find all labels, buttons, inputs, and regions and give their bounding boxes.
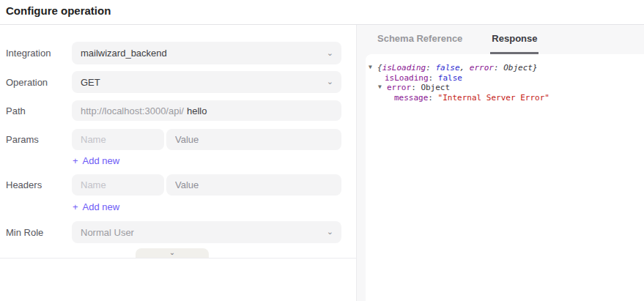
- plus-icon: +: [73, 155, 78, 166]
- tab-schema-reference[interactable]: Schema Reference: [376, 25, 464, 54]
- triangle-down-icon[interactable]: ▼: [378, 82, 387, 92]
- form-row-params: Params: [0, 129, 356, 150]
- params-add-new-label: Add new: [83, 155, 120, 166]
- json-token: false: [435, 63, 459, 73]
- json-token: Object: [503, 63, 533, 73]
- headers-add-new-label: Add new: [83, 201, 120, 212]
- operation-label: Operation: [6, 71, 48, 93]
- json-token: :: [426, 63, 435, 73]
- form-row-min-role: Min Role Normal User ⌄: [0, 221, 356, 243]
- form-collapse-button[interactable]: ⌄: [136, 248, 209, 259]
- chevron-down-icon: ⌄: [327, 78, 333, 86]
- form-row-integration: Integration mailwizard_backend ⌄: [0, 42, 356, 64]
- json-token: isLoading: [385, 73, 429, 83]
- operation-select[interactable]: GET ⌄: [72, 71, 341, 93]
- params-label: Params: [6, 129, 39, 150]
- json-token: error: [387, 83, 411, 92]
- json-token: {: [377, 63, 382, 73]
- operation-value: GET: [81, 77, 100, 88]
- integration-label: Integration: [6, 42, 51, 64]
- tab-response[interactable]: Response: [490, 25, 538, 54]
- path-label: Path: [6, 100, 26, 121]
- form-bottom-divider: [0, 258, 356, 259]
- chevron-down-icon: ⌄: [327, 228, 333, 236]
- json-token: false: [438, 73, 462, 83]
- json-isloading-row: isLoading: false: [369, 73, 638, 83]
- response-card: ▼{isLoading: false, error: Object} isLoa…: [366, 54, 644, 301]
- json-token: message: [394, 93, 428, 103]
- headers-value-input[interactable]: [166, 174, 341, 196]
- json-error-row: ▼error: Object: [369, 83, 638, 93]
- headers-add-new-link[interactable]: + Add new: [73, 201, 119, 212]
- form-row-headers: Headers: [0, 174, 356, 196]
- form-row-operation: Operation GET ⌄: [0, 71, 356, 93]
- params-value-input[interactable]: [166, 129, 341, 150]
- min-role-label: Min Role: [6, 221, 43, 243]
- form-row-path: Path http://localhost:3000/api/ hello: [0, 100, 356, 121]
- min-role-value: Normal User: [81, 227, 134, 238]
- params-add-new-link[interactable]: + Add new: [73, 155, 119, 166]
- json-token: Object: [421, 83, 450, 92]
- min-role-select[interactable]: Normal User ⌄: [72, 221, 341, 243]
- integration-value: mailwizard_backend: [81, 48, 167, 59]
- json-message-row: message: "Internal Server Error": [369, 93, 638, 103]
- chevron-down-icon: ⌄: [327, 48, 333, 56]
- panel-tabbar: Schema Reference Response: [357, 25, 644, 54]
- path-input[interactable]: http://localhost:3000/api/ hello: [72, 100, 341, 121]
- json-token: :: [411, 83, 421, 92]
- json-token: "Internal Server Error": [438, 93, 549, 103]
- headers-name-input[interactable]: [72, 174, 164, 196]
- headers-label: Headers: [6, 174, 42, 196]
- triangle-down-icon[interactable]: ▼: [369, 62, 377, 73]
- path-prefix: http://localhost:3000/api/: [81, 105, 184, 116]
- json-root-row: ▼{isLoading: false, error: Object}: [369, 63, 638, 73]
- json-token: ,: [460, 63, 470, 73]
- integration-select[interactable]: mailwizard_backend ⌄: [72, 42, 341, 64]
- json-token: }: [533, 63, 538, 73]
- json-viewer: ▼{isLoading: false, error: Object} isLoa…: [369, 63, 638, 103]
- page-title: Configure operation: [6, 4, 111, 17]
- path-value: hello: [187, 105, 207, 116]
- json-token: :: [428, 93, 437, 103]
- json-token: isLoading: [382, 63, 426, 73]
- json-token: :: [429, 73, 438, 83]
- plus-icon: +: [73, 201, 78, 212]
- params-name-input[interactable]: [72, 129, 164, 150]
- chevron-down-icon: ⌄: [169, 249, 175, 256]
- json-token: error: [470, 63, 494, 73]
- response-panel: Schema Reference Response ▼{isLoading: f…: [356, 25, 644, 301]
- json-token: :: [494, 63, 503, 73]
